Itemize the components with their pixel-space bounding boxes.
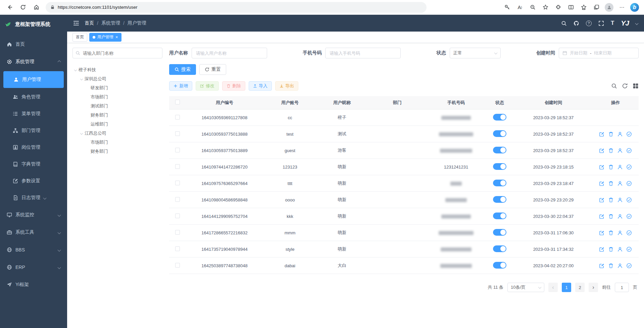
edit-icon[interactable] [599,164,605,170]
refresh-table-icon[interactable] [622,83,628,89]
sidebar-item-menu-mgmt[interactable]: 菜单管理 [3,105,64,122]
close-tag-icon[interactable]: × [115,35,118,39]
edit-icon[interactable] [599,131,605,137]
sidebar-item-post-mgmt[interactable]: 岗位管理 [3,139,64,156]
status-toggle[interactable] [493,180,506,186]
status-toggle[interactable] [493,229,506,236]
tree-node-dept[interactable]: 市场部门 [72,92,162,101]
row-checkbox[interactable] [175,263,180,268]
table-row[interactable]: 1641098004586958848 oooo 萌新 2023-03-29 2… [169,192,639,208]
sidebar-item-user-mgmt[interactable]: 用户管理 [3,71,64,88]
table-row[interactable]: 1641441299095752704 kkk 萌新 2023-03-30 22… [169,208,639,225]
edit-button[interactable]: 修改 [196,81,219,91]
sidebar-item-system-tools[interactable]: 系统工具 [0,224,67,241]
sidebar-item-system-monitor[interactable]: 系统监控 [0,206,67,224]
sidebar-item-dict-mgmt[interactable]: 字典管理 [3,156,64,173]
tree-node-dept[interactable]: 财务部门 [72,147,162,156]
delete-icon[interactable] [608,230,614,236]
add-button[interactable]: 新增 [169,81,192,91]
row-checkbox[interactable] [175,181,180,185]
bing-icon[interactable]: b [629,2,641,13]
reset-password-icon[interactable] [617,214,623,219]
table-row[interactable]: 1641030593691127808 cc 橙子 2023-03-29 18:… [169,109,639,126]
assign-role-icon[interactable] [626,197,632,203]
tree-node-dept[interactable]: 市场部门 [72,138,162,147]
edit-icon[interactable] [599,263,605,269]
reset-password-icon[interactable] [617,246,623,252]
assign-role-icon[interactable] [626,214,632,219]
sidebar-item-system-mgmt[interactable]: 系统管理 [0,53,67,71]
sidebar-item-log-mgmt[interactable]: 日志管理 [3,189,64,206]
edit-icon[interactable] [599,246,605,252]
goto-page-input[interactable] [615,283,629,292]
row-checkbox[interactable] [175,214,180,218]
reset-password-icon[interactable] [617,164,623,170]
sidebar-item-role-mgmt[interactable]: 角色管理 [3,89,64,105]
app-logo[interactable]: 意框架管理系统 [0,15,67,34]
home-button[interactable] [30,2,42,13]
table-row[interactable]: 1641097441472286720 123123 萌新 1231241231… [169,159,639,175]
next-page-button[interactable]: › [589,283,598,292]
column-grid-icon[interactable] [633,83,639,89]
sidebar-item-erp[interactable]: ERP [0,259,67,276]
tag-user-mgmt[interactable]: 用户管理 × [89,33,121,42]
zoom-out-icon[interactable] [527,2,539,13]
chevron-down-icon[interactable] [635,21,639,25]
edit-icon[interactable] [599,230,605,236]
status-toggle[interactable] [493,196,506,203]
table-row[interactable]: 1641097576365297664 tttt 萌新 2023-03-29 2… [169,175,639,192]
username-input[interactable] [192,48,267,58]
reset-button[interactable]: 重置 [199,64,226,75]
status-toggle[interactable] [493,147,506,153]
table-row[interactable]: 1642503897748738048 dabai 大白 2023-04-02 … [169,257,639,274]
favorite-add-icon[interactable] [539,2,551,13]
search-button[interactable]: 搜索 [169,64,196,75]
delete-icon[interactable] [608,181,614,186]
breadcrumb-system[interactable]: 系统管理 [101,20,120,26]
tree-node-root[interactable]: 橙子科技 [72,65,162,74]
key-icon[interactable] [501,2,513,13]
tree-node-dept[interactable]: 财务部门 [72,110,162,120]
status-toggle[interactable] [493,130,506,137]
more-menu-icon[interactable]: ⋯ [616,2,628,13]
tree-node-dept[interactable]: 运维部门 [72,120,162,129]
assign-role-icon[interactable] [626,263,632,269]
assign-role-icon[interactable] [626,164,632,170]
address-bar[interactable]: https://ccnetcore.com:1101/system/user [46,2,427,13]
date-range-picker[interactable]: 开始日期 - 结束日期 [559,48,639,58]
split-screen-icon[interactable] [565,2,577,13]
status-select[interactable]: 正常 [450,48,501,58]
delete-button[interactable]: 删除 [222,81,245,91]
back-button[interactable] [3,2,15,13]
row-checkbox[interactable] [175,246,180,251]
user-avatar[interactable]: YJ [621,19,629,27]
collapse-sidebar-icon[interactable] [73,20,79,26]
edit-icon[interactable] [599,197,605,203]
page-1-button[interactable]: 1 [562,283,571,292]
read-aloud-icon[interactable]: A) [514,2,526,13]
sidebar-item-dept-mgmt[interactable]: 部门管理 [3,122,64,139]
row-checkbox[interactable] [175,230,180,235]
favorites-icon[interactable] [578,2,590,13]
delete-icon[interactable] [608,214,614,219]
edit-icon[interactable] [599,148,605,153]
table-row[interactable]: 1641030593775013889 guest 游客 2023-03-29 … [169,142,639,159]
status-toggle[interactable] [493,245,506,252]
sidebar-item-home[interactable]: 首页 [0,36,67,53]
sidebar-item-param-settings[interactable]: 参数设置 [3,173,64,189]
github-icon[interactable] [574,20,579,26]
caret-icon[interactable] [80,77,83,80]
status-toggle[interactable] [493,114,506,121]
search-icon[interactable] [561,20,567,26]
breadcrumb-home[interactable]: 首页 [85,20,94,26]
tree-node-company[interactable]: 江西总公司 [72,129,162,138]
row-checkbox[interactable] [175,164,180,169]
fullscreen-icon[interactable] [598,20,604,26]
status-toggle[interactable] [493,213,506,219]
sidebar-item-yi-framework[interactable]: Yi框架 [0,276,67,293]
prev-page-button[interactable]: ‹ [548,283,558,292]
reset-password-icon[interactable] [617,197,623,203]
help-icon[interactable]: ? [586,20,592,26]
row-checkbox[interactable] [175,115,180,120]
assign-role-icon[interactable] [626,181,632,186]
